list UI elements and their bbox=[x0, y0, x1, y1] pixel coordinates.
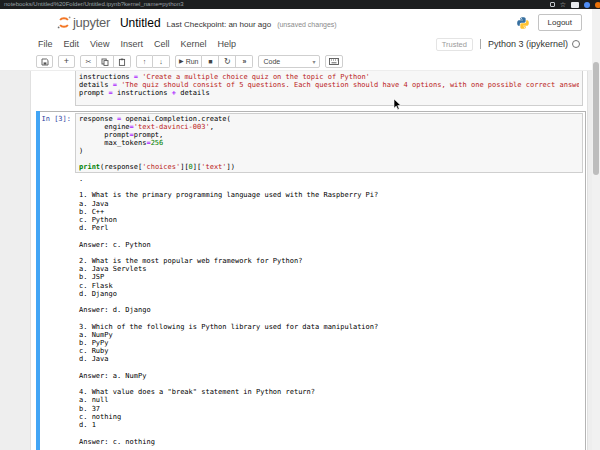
save-button[interactable] bbox=[36, 55, 53, 68]
fast-forward-icon: » bbox=[243, 58, 247, 65]
cell-output-text: . 1. What is the primary programming lan… bbox=[79, 175, 378, 446]
command-palette-button[interactable] bbox=[325, 55, 343, 68]
menu-item-view[interactable]: View bbox=[90, 39, 109, 49]
plus-icon: + bbox=[64, 58, 69, 65]
jupyter-logo-icon bbox=[57, 15, 71, 30]
menu-item-edit[interactable]: Edit bbox=[64, 39, 80, 49]
notebook-area: instructions = 'Create a multiple choice… bbox=[0, 71, 592, 450]
restart-run-all-button[interactable]: » bbox=[236, 55, 253, 68]
extension-icon[interactable] bbox=[571, 2, 579, 8]
paste-cells-button[interactable] bbox=[114, 55, 131, 68]
bookmark-star-icon[interactable]: ☆ bbox=[560, 1, 566, 8]
menu-item-kernel[interactable]: Kernel bbox=[180, 39, 206, 49]
active-cell-code: response = openai.Completion.create( eng… bbox=[79, 115, 579, 171]
cell-above-code: instructions = 'Create a multiple choice… bbox=[79, 73, 579, 97]
cut-cells-button[interactable]: ✂ bbox=[80, 55, 97, 68]
jupyter-header: jupyter Untitled Last Checkpoint: an hou… bbox=[0, 9, 592, 36]
scissors-icon: ✂ bbox=[86, 58, 92, 65]
share-icon[interactable] bbox=[550, 2, 555, 7]
browser-url-bar[interactable]: notebooks/Untitled%20Folder/Untitled.ipy… bbox=[0, 0, 550, 9]
run-button[interactable]: ▶Run bbox=[175, 55, 202, 68]
menu-item-cell[interactable]: Cell bbox=[154, 39, 170, 49]
jupyter-logo-text: jupyter bbox=[73, 15, 110, 30]
checkpoint-status: Last Checkpoint: an hour ago bbox=[167, 20, 272, 29]
selected-cell-indicator bbox=[36, 111, 40, 450]
keyboard-icon bbox=[329, 58, 339, 65]
jupyter-logo[interactable]: jupyter bbox=[57, 15, 110, 30]
page-margin-left bbox=[0, 71, 31, 450]
python-logo-icon bbox=[516, 16, 530, 30]
interrupt-kernel-button[interactable]: ■ bbox=[202, 55, 219, 68]
code-cell-above[interactable]: instructions = 'Create a multiple choice… bbox=[75, 71, 583, 106]
cell-type-select[interactable]: Code ▾ bbox=[258, 55, 320, 68]
unsaved-changes-label: (unsaved changes) bbox=[277, 21, 337, 28]
kernel-idle-icon bbox=[572, 40, 580, 48]
active-code-cell[interactable]: response = openai.Completion.create( eng… bbox=[75, 113, 583, 173]
chevron-down-icon: ▾ bbox=[312, 58, 315, 65]
notebook-toolbar: + ✂ ↑ ↓ ▶Run ■ ↻ » Code ▾ bbox=[0, 53, 592, 71]
run-label: Run bbox=[186, 58, 199, 65]
logout-button[interactable]: Logout bbox=[538, 14, 582, 31]
notebook-title[interactable]: Untitled bbox=[120, 16, 161, 30]
trusted-badge[interactable]: Trusted bbox=[436, 38, 473, 51]
menu-item-file[interactable]: File bbox=[38, 39, 53, 49]
save-icon bbox=[41, 58, 49, 66]
cell-type-value: Code bbox=[263, 58, 280, 65]
profile-avatar[interactable] bbox=[584, 2, 590, 8]
scrollbar-thumb[interactable] bbox=[593, 62, 599, 175]
restart-icon: ↻ bbox=[224, 58, 231, 65]
clipboard-icon bbox=[118, 58, 126, 66]
restart-kernel-button[interactable]: ↻ bbox=[219, 55, 236, 68]
menu-items: FileEditViewInsertCellKernelHelp bbox=[38, 39, 236, 49]
kernel-indicator: Python 3 (ipykernel) bbox=[480, 39, 580, 49]
jupyter-notebook-window: notebooks/Untitled%20Folder/Untitled.ipy… bbox=[0, 0, 600, 450]
play-icon: ▶ bbox=[179, 58, 184, 65]
move-cell-up-button[interactable]: ↑ bbox=[136, 55, 153, 68]
kernel-name: Python 3 (ipykernel) bbox=[488, 39, 568, 49]
stop-icon: ■ bbox=[208, 58, 212, 65]
menu-bar: FileEditViewInsertCellKernelHelp Trusted… bbox=[0, 36, 592, 52]
arrow-up-icon: ↑ bbox=[143, 58, 147, 65]
browser-bar: notebooks/Untitled%20Folder/Untitled.ipy… bbox=[0, 0, 600, 9]
menu-item-help[interactable]: Help bbox=[217, 39, 236, 49]
copy-cells-button[interactable] bbox=[97, 55, 114, 68]
browser-menu-icon[interactable] bbox=[595, 2, 600, 8]
insert-cell-button[interactable]: + bbox=[58, 55, 75, 68]
move-cell-down-button[interactable]: ↓ bbox=[153, 55, 170, 68]
copy-icon bbox=[101, 58, 109, 66]
arrow-down-icon: ↓ bbox=[159, 58, 163, 65]
menu-item-insert[interactable]: Insert bbox=[120, 39, 143, 49]
vertical-scrollbar[interactable] bbox=[592, 9, 600, 450]
